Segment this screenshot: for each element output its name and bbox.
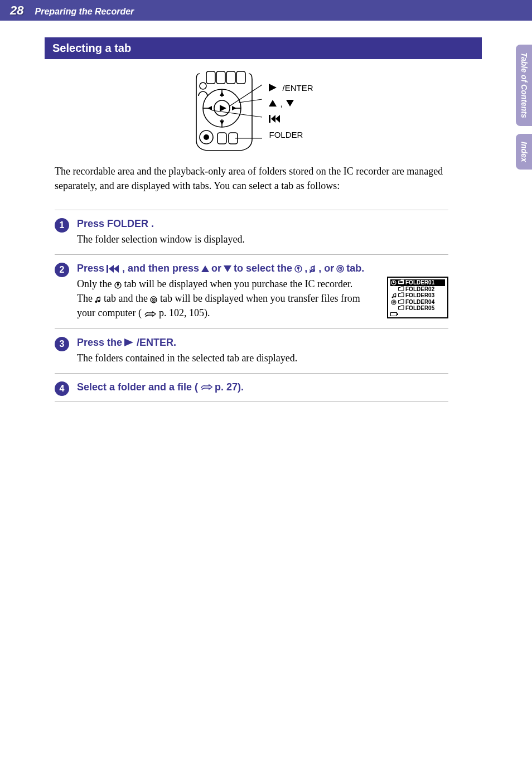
divider: [55, 373, 448, 374]
music-tab-icon: [95, 296, 101, 303]
step-2-body-d: tab and the: [104, 293, 150, 304]
step-3-title: Press the /ENTER.: [77, 337, 448, 349]
folder-name: FOLDER01: [405, 279, 434, 286]
step-3-title-b: /ENTER.: [137, 337, 176, 349]
svg-rect-46: [117, 283, 119, 286]
folder-name: FOLDER02: [405, 286, 434, 293]
svg-line-20: [230, 85, 262, 106]
lcd-row: FOLDER04: [390, 299, 445, 306]
step-3: 3 Press the /ENTER. The folders containe…: [55, 337, 448, 365]
svg-marker-35: [224, 265, 231, 272]
up-triangle-icon: [201, 265, 209, 272]
svg-line-41: [311, 266, 315, 267]
voice-tab-icon: [390, 280, 397, 286]
svg-rect-57: [393, 281, 395, 283]
svg-rect-2: [226, 71, 235, 84]
step-3-body: The folders contained in the selected ta…: [77, 351, 448, 365]
page-content: Selecting a tab: [0, 21, 532, 426]
svg-point-44: [340, 268, 341, 269]
svg-point-40: [313, 269, 315, 272]
label-prev: [269, 113, 313, 125]
step-2-title-a: Press: [77, 263, 104, 274]
recorder-controls-illustration: [190, 69, 262, 153]
page-header: 28 Preparing the Recorder: [0, 0, 532, 21]
podcast-tab-icon: [390, 299, 397, 305]
folder-name: FOLDER03: [405, 292, 434, 299]
side-tabs: Table of Contents Index: [516, 45, 532, 170]
device-diagram: /ENTER ,: [55, 69, 448, 153]
svg-line-64: [393, 293, 396, 294]
svg-rect-1: [216, 71, 225, 84]
label-folder: FOLDER: [269, 128, 313, 141]
step-2-title-c: or: [211, 263, 221, 274]
svg-marker-34: [201, 265, 209, 272]
label-enter-text: /ENTER: [282, 83, 313, 93]
svg-rect-58: [399, 281, 403, 282]
lcd-row: FOLDER01: [390, 279, 445, 286]
step-4-title: Select a folder and a file ( p. 27).: [77, 381, 448, 393]
divider: [55, 210, 448, 210]
svg-marker-24: [269, 84, 277, 91]
step-marker-3: 3: [55, 337, 69, 351]
step-2-body-f: p. 102, 105).: [159, 307, 210, 318]
folder-icon: [398, 292, 404, 299]
music-tab-icon: [390, 293, 397, 298]
step-4-title-b: p. 27).: [215, 381, 244, 393]
music-tab-icon: [309, 265, 316, 273]
svg-point-4: [200, 83, 206, 89]
svg-line-21: [239, 99, 262, 103]
svg-marker-13: [207, 106, 212, 110]
step-marker-1: 1: [55, 218, 69, 233]
svg-point-67: [393, 302, 394, 303]
svg-rect-59: [399, 282, 403, 283]
step-1: 1 Press FOLDER . The folder selection wi…: [55, 218, 448, 246]
play-icon: [124, 339, 134, 346]
svg-rect-37: [297, 267, 299, 269]
lcd-folder-list: FOLDER01 FOLDER02: [387, 277, 448, 318]
tab-index[interactable]: Index: [516, 134, 532, 170]
svg-point-17: [204, 134, 209, 140]
section-heading: Selecting a tab: [45, 37, 482, 59]
tab-table-of-contents[interactable]: Table of Contents: [516, 45, 532, 126]
pointer-hand-icon: [200, 383, 212, 391]
svg-rect-18: [217, 133, 226, 144]
folder-icon: [398, 286, 404, 293]
svg-marker-15: [220, 105, 226, 112]
play-icon: [269, 84, 279, 91]
step-1-body: The folder selection window is displayed…: [77, 232, 448, 246]
battery-icon: [390, 312, 397, 316]
step-2-title: Press , and then press or to select the …: [77, 263, 448, 274]
up-triangle-icon: [269, 100, 277, 107]
svg-marker-33: [114, 265, 119, 273]
step-4-title-a: Select a folder and a file (: [77, 381, 198, 393]
pointer-hand-icon: [144, 310, 156, 318]
step-2-body-a: Only the: [77, 278, 114, 289]
svg-marker-25: [269, 100, 277, 107]
step-marker-4: 4: [55, 381, 69, 396]
diagram-labels: /ENTER ,: [269, 81, 313, 141]
voice-tab-icon: [294, 265, 302, 273]
down-triangle-icon: [286, 100, 294, 107]
voice-tab-icon: [114, 282, 122, 289]
svg-line-52: [97, 297, 100, 298]
svg-line-22: [212, 110, 262, 117]
folder-icon: [398, 305, 404, 312]
folder-icon: [398, 279, 404, 286]
svg-marker-11: [220, 91, 224, 96]
step-1-title: Press FOLDER .: [77, 218, 448, 230]
step-2-title-g: tab.: [346, 263, 364, 274]
intro-paragraph: The recordable area and the playback-onl…: [55, 164, 448, 193]
lcd-row: FOLDER03: [390, 292, 445, 299]
folder-icon: [398, 299, 404, 306]
podcast-tab-icon: [150, 296, 157, 303]
step-2-body: Only the tab will be displayed when you …: [77, 277, 448, 320]
step-marker-2: 2: [55, 263, 69, 277]
step-2-title-f: , or: [318, 263, 334, 274]
divider: [55, 254, 448, 255]
skip-back-icon: [269, 115, 281, 123]
svg-marker-32: [109, 265, 114, 273]
svg-marker-14: [232, 106, 236, 110]
lcd-row: FOLDER02: [390, 286, 445, 293]
skip-back-icon: [107, 265, 120, 273]
step-4: 4 Select a folder and a file ( p. 27).: [55, 381, 448, 393]
